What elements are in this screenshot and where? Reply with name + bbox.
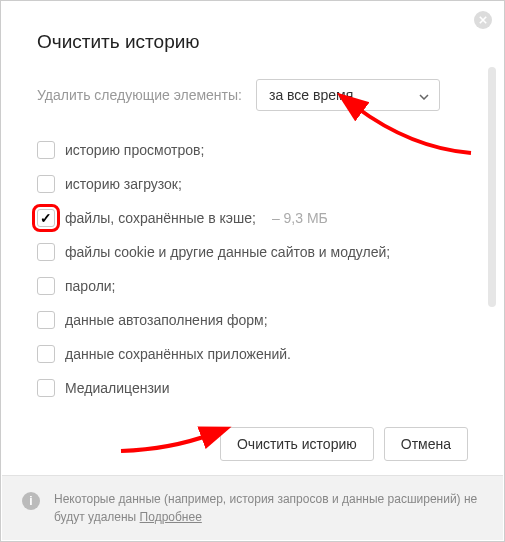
- option-label: Медиалицензии: [65, 380, 170, 396]
- dialog-title: Очистить историю: [37, 31, 468, 53]
- footer-more-link[interactable]: Подробнее: [140, 510, 202, 524]
- clear-history-dialog: Очистить историю Удалить следующие элеме…: [0, 0, 505, 542]
- chevron-down-icon: [419, 87, 429, 103]
- option-label: историю просмотров;: [65, 142, 204, 158]
- option-checkbox[interactable]: [37, 209, 55, 227]
- option-row: данные автозаполнения форм;: [37, 311, 468, 329]
- info-icon: i: [22, 492, 40, 510]
- option-checkbox[interactable]: [37, 345, 55, 363]
- cancel-button[interactable]: Отмена: [384, 427, 468, 461]
- option-row: пароли;: [37, 277, 468, 295]
- time-range-value: за все время: [269, 87, 353, 103]
- scrollbar[interactable]: [488, 67, 496, 307]
- option-row: историю просмотров;: [37, 141, 468, 159]
- option-checkbox[interactable]: [37, 379, 55, 397]
- delete-elements-label: Удалить следующие элементы:: [37, 87, 242, 103]
- option-checkbox[interactable]: [37, 243, 55, 261]
- option-label: историю загрузок;: [65, 176, 182, 192]
- option-label: файлы cookie и другие данные сайтов и мо…: [65, 244, 390, 260]
- options-list: историю просмотров;историю загрузок;файл…: [37, 141, 468, 397]
- option-label: данные автозаполнения форм;: [65, 312, 268, 328]
- option-checkbox[interactable]: [37, 141, 55, 159]
- option-size: – 9,3 МБ: [272, 210, 328, 226]
- option-checkbox[interactable]: [37, 277, 55, 295]
- option-checkbox[interactable]: [37, 311, 55, 329]
- close-icon[interactable]: [474, 11, 492, 29]
- clear-history-button[interactable]: Очистить историю: [220, 427, 374, 461]
- option-row: Медиалицензии: [37, 379, 468, 397]
- option-row: данные сохранённых приложений.: [37, 345, 468, 363]
- option-label: данные сохранённых приложений.: [65, 346, 291, 362]
- option-row: файлы cookie и другие данные сайтов и мо…: [37, 243, 468, 261]
- footer-note: i Некоторые данные (например, история за…: [2, 475, 503, 540]
- option-label: файлы, сохранённые в кэше;: [65, 210, 256, 226]
- footer-text: Некоторые данные (например, история запр…: [54, 492, 477, 524]
- time-range-select[interactable]: за все время: [256, 79, 440, 111]
- option-row: историю загрузок;: [37, 175, 468, 193]
- option-label: пароли;: [65, 278, 116, 294]
- option-row: файлы, сохранённые в кэше;– 9,3 МБ: [37, 209, 468, 227]
- option-checkbox[interactable]: [37, 175, 55, 193]
